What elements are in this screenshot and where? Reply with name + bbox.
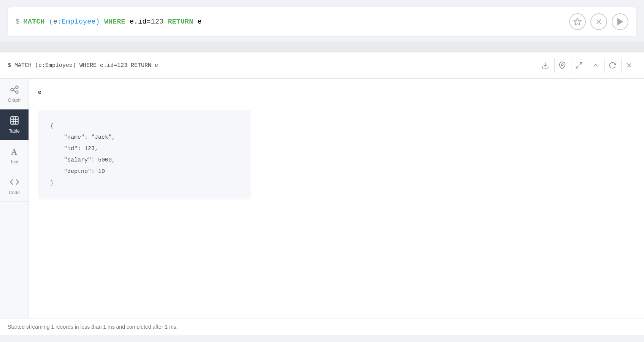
result-header: $ MATCH (e:Employee) WHERE e.id=123 RETU…: [0, 52, 644, 79]
sidebar-graph-label: Graph: [8, 98, 21, 103]
collapse-button[interactable]: [588, 58, 603, 73]
main-content: Graph Table A Text: [0, 79, 644, 318]
pin-button[interactable]: [554, 58, 569, 73]
kw-var-e: e: [53, 18, 57, 25]
result-content: e { "name": "Jack", "id": 123, "salary":…: [29, 79, 644, 318]
svg-point-12: [16, 91, 18, 93]
kw-return: RETURN: [168, 18, 193, 25]
table-icon: [10, 116, 19, 127]
query-text: MATCH (e:Employee) WHERE e.id=123 RETURN…: [24, 18, 202, 25]
sidebar-item-table[interactable]: Table: [0, 109, 29, 140]
favorite-button[interactable]: [569, 13, 586, 30]
dollar-sign: $: [16, 18, 20, 25]
text-icon: A: [10, 146, 19, 158]
code-icon: [10, 177, 19, 188]
query-input-area: $ MATCH (e:Employee) WHERE e.id=123 RETU…: [16, 18, 569, 25]
json-close-brace: }: [50, 177, 239, 189]
json-name-line: "name": "Jack",: [50, 132, 239, 143]
json-salary-line: "salary": 5000,: [50, 155, 239, 166]
query-actions: [569, 13, 628, 30]
result-query-display: $ MATCH (e:Employee) WHERE e.id=123 RETU…: [8, 62, 158, 69]
svg-point-5: [561, 64, 563, 66]
expand-button[interactable]: [571, 58, 586, 73]
sidebar-text-label: Text: [10, 159, 18, 165]
svg-line-6: [579, 63, 582, 65]
status-bar: Started streaming 1 records in less than…: [0, 318, 644, 335]
column-header: e: [38, 86, 635, 102]
svg-line-7: [576, 66, 578, 68]
query-bar: $ MATCH (e:Employee) WHERE e.id=123 RETU…: [8, 7, 636, 36]
kw-paren-open: (: [49, 18, 53, 25]
close-result-button[interactable]: [621, 58, 636, 73]
svg-point-11: [16, 86, 18, 89]
result-actions: [538, 58, 636, 73]
sidebar-item-code[interactable]: Code: [0, 171, 29, 202]
svg-point-10: [11, 89, 13, 91]
json-result-block: { "name": "Jack", "id": 123, "salary": 5…: [38, 110, 251, 200]
json-deptno-line: "deptno": 10: [50, 166, 239, 177]
status-message: Started streaming 1 records in less than…: [8, 324, 178, 330]
sidebar-code-label: Code: [9, 190, 20, 195]
svg-line-13: [13, 88, 16, 89]
kw-match: MATCH: [24, 18, 45, 25]
sidebar-item-graph[interactable]: Graph: [0, 79, 29, 109]
sidebar-table-label: Table: [9, 128, 20, 134]
kw-where: WHERE: [104, 18, 125, 25]
graph-icon: [10, 85, 19, 96]
json-id-line: "id": 123,: [50, 143, 239, 155]
svg-rect-15: [11, 117, 18, 124]
sidebar-item-text[interactable]: A Text: [0, 140, 29, 171]
top-divider: [0, 42, 644, 52]
svg-marker-0: [574, 18, 581, 25]
svg-marker-3: [618, 19, 623, 25]
run-button[interactable]: [612, 13, 628, 30]
refresh-button[interactable]: [604, 58, 620, 73]
svg-line-14: [13, 90, 16, 92]
clear-button[interactable]: [590, 13, 607, 30]
download-button[interactable]: [538, 58, 553, 73]
svg-text:A: A: [11, 147, 17, 156]
json-open-brace: {: [50, 120, 239, 132]
sidebar: Graph Table A Text: [0, 79, 29, 318]
